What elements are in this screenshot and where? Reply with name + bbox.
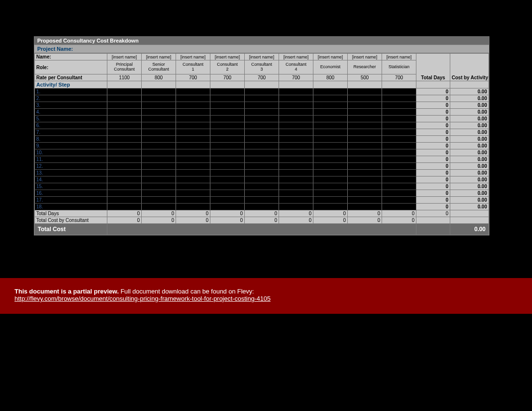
activity-cell[interactable] — [382, 143, 416, 149]
activity-step-label[interactable]: 14. — [35, 176, 107, 183]
activity-cell[interactable] — [107, 190, 142, 197]
activity-cell[interactable] — [107, 102, 142, 109]
activity-cell[interactable] — [382, 163, 416, 170]
activity-cell[interactable] — [107, 88, 142, 95]
consultant-name-8[interactable]: [insert name] — [382, 54, 416, 60]
activity-cell[interactable] — [313, 204, 348, 210]
activity-cell[interactable] — [279, 190, 313, 197]
activity-cell[interactable] — [279, 88, 313, 95]
activity-cell[interactable] — [176, 149, 210, 156]
activity-cell[interactable] — [313, 176, 348, 183]
activity-cell[interactable] — [107, 197, 142, 204]
activity-cell[interactable] — [176, 116, 210, 122]
activity-cell[interactable] — [210, 190, 245, 197]
consultant-name-7[interactable]: [insert name] — [348, 54, 382, 60]
activity-cell[interactable] — [313, 102, 348, 109]
activity-cell[interactable] — [382, 136, 416, 143]
activity-cell[interactable] — [245, 197, 279, 204]
activity-cell[interactable] — [279, 102, 313, 109]
activity-cell[interactable] — [176, 176, 210, 183]
activity-cell[interactable] — [245, 183, 279, 190]
activity-step-label[interactable]: 9. — [35, 143, 107, 149]
activity-cell[interactable] — [210, 197, 245, 204]
activity-cell[interactable] — [313, 197, 348, 204]
consultant-rate-4[interactable]: 700 — [245, 74, 279, 81]
activity-cell[interactable] — [210, 143, 245, 149]
consultant-rate-7[interactable]: 500 — [348, 74, 382, 81]
activity-step-label[interactable]: 18. — [35, 204, 107, 210]
consultant-name-1[interactable]: [insert name] — [142, 54, 176, 60]
activity-cell[interactable] — [313, 183, 348, 190]
consultant-rate-5[interactable]: 700 — [279, 74, 313, 81]
activity-cell[interactable] — [313, 170, 348, 176]
activity-cell[interactable] — [313, 149, 348, 156]
activity-cell[interactable] — [107, 149, 142, 156]
activity-cell[interactable] — [176, 156, 210, 163]
activity-cell[interactable] — [313, 88, 348, 95]
activity-cell[interactable] — [313, 129, 348, 136]
activity-cell[interactable] — [176, 129, 210, 136]
activity-step-label[interactable]: 5. — [35, 116, 107, 122]
activity-cell[interactable] — [107, 129, 142, 136]
activity-cell[interactable] — [107, 176, 142, 183]
activity-step-label[interactable]: 10. — [35, 149, 107, 156]
activity-cell[interactable] — [382, 149, 416, 156]
consultant-name-5[interactable]: [insert name] — [279, 54, 313, 60]
activity-cell[interactable] — [142, 102, 176, 109]
activity-step-label[interactable]: 2. — [35, 95, 107, 102]
consultant-name-2[interactable]: [insert name] — [176, 54, 210, 60]
activity-step-label[interactable]: 6. — [35, 122, 107, 129]
activity-cell[interactable] — [210, 163, 245, 170]
activity-cell[interactable] — [348, 109, 382, 116]
activity-cell[interactable] — [176, 170, 210, 176]
activity-cell[interactable] — [348, 190, 382, 197]
activity-cell[interactable] — [245, 116, 279, 122]
activity-cell[interactable] — [176, 102, 210, 109]
activity-cell[interactable] — [176, 95, 210, 102]
activity-cell[interactable] — [382, 156, 416, 163]
activity-step-label[interactable]: 16. — [35, 190, 107, 197]
activity-cell[interactable] — [313, 95, 348, 102]
activity-cell[interactable] — [382, 122, 416, 129]
activity-cell[interactable] — [210, 183, 245, 190]
activity-cell[interactable] — [279, 109, 313, 116]
activity-cell[interactable] — [107, 163, 142, 170]
activity-cell[interactable] — [348, 122, 382, 129]
activity-cell[interactable] — [107, 95, 142, 102]
activity-cell[interactable] — [348, 156, 382, 163]
activity-cell[interactable] — [382, 129, 416, 136]
activity-cell[interactable] — [176, 122, 210, 129]
consultant-rate-2[interactable]: 700 — [176, 74, 210, 81]
activity-cell[interactable] — [313, 122, 348, 129]
activity-step-label[interactable]: 4. — [35, 109, 107, 116]
activity-cell[interactable] — [176, 88, 210, 95]
activity-cell[interactable] — [382, 102, 416, 109]
activity-cell[interactable] — [107, 109, 142, 116]
activity-cell[interactable] — [245, 129, 279, 136]
activity-cell[interactable] — [313, 156, 348, 163]
consultant-rate-1[interactable]: 800 — [142, 74, 176, 81]
activity-cell[interactable] — [210, 156, 245, 163]
activity-cell[interactable] — [245, 109, 279, 116]
activity-cell[interactable] — [176, 109, 210, 116]
activity-cell[interactable] — [142, 163, 176, 170]
activity-cell[interactable] — [176, 204, 210, 210]
activity-cell[interactable] — [279, 163, 313, 170]
activity-cell[interactable] — [107, 116, 142, 122]
activity-cell[interactable] — [313, 190, 348, 197]
activity-step-label[interactable]: 3. — [35, 102, 107, 109]
activity-cell[interactable] — [382, 183, 416, 190]
activity-cell[interactable] — [176, 136, 210, 143]
activity-cell[interactable] — [142, 116, 176, 122]
activity-cell[interactable] — [313, 163, 348, 170]
activity-cell[interactable] — [348, 163, 382, 170]
activity-cell[interactable] — [279, 129, 313, 136]
activity-cell[interactable] — [142, 190, 176, 197]
activity-cell[interactable] — [279, 136, 313, 143]
activity-cell[interactable] — [142, 183, 176, 190]
activity-cell[interactable] — [348, 129, 382, 136]
activity-cell[interactable] — [313, 136, 348, 143]
activity-cell[interactable] — [348, 176, 382, 183]
activity-cell[interactable] — [313, 116, 348, 122]
activity-cell[interactable] — [348, 183, 382, 190]
